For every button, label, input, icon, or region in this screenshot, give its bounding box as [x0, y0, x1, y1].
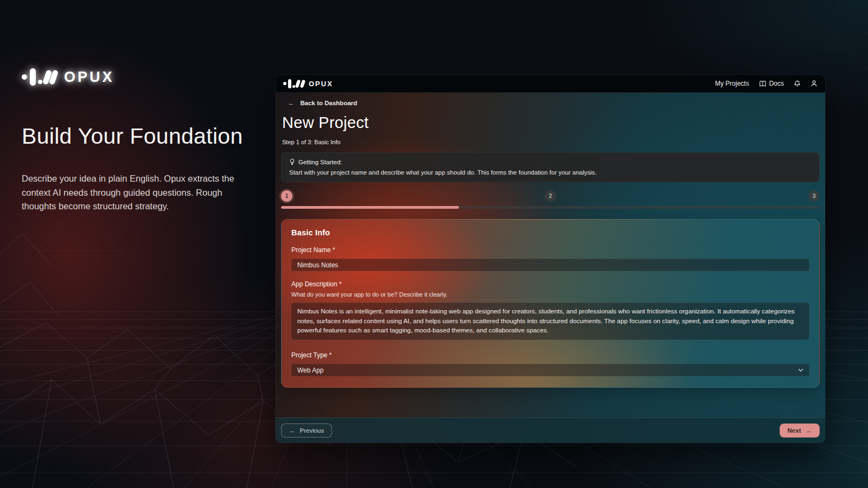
app-description-helper: What do you want your app to do or be? D… [291, 291, 809, 298]
step-3-indicator[interactable]: 3 [808, 190, 820, 202]
notifications-button[interactable] [794, 80, 801, 87]
project-type-select[interactable]: Web App [291, 364, 809, 376]
arrow-right-icon: → [806, 427, 812, 434]
hero-description: Describe your idea in plain English. Opu… [22, 172, 256, 214]
nav-my-projects[interactable]: My Projects [715, 80, 749, 87]
arrow-left-icon: ← [289, 427, 296, 434]
app-description-textarea[interactable]: Nimbus Notes is an intelligent, minimali… [291, 303, 809, 340]
app-content: ← Back to Dashboard New Project Step 1 o… [276, 93, 825, 418]
getting-started-callout: Getting Started: Start with your project… [281, 152, 820, 182]
progress-fill [281, 206, 459, 209]
brand-logo: OPUX [22, 68, 260, 86]
page-title: New Project [281, 114, 820, 132]
callout-title: Getting Started: [298, 159, 342, 165]
chevron-down-icon [798, 368, 803, 372]
account-button[interactable] [810, 80, 818, 87]
app-window: OPUX My Projects Docs [276, 75, 825, 443]
previous-button[interactable]: ← Previous [281, 423, 332, 438]
lightbulb-icon [289, 158, 295, 165]
next-button-label: Next [788, 427, 801, 434]
bell-icon [794, 80, 801, 87]
next-button[interactable]: Next → [780, 423, 820, 438]
user-icon [810, 80, 818, 87]
app-description-label: App Description * [291, 280, 809, 288]
nav-docs[interactable]: Docs [759, 80, 784, 87]
previous-button-label: Previous [300, 427, 324, 434]
wizard-steps: 1 2 3 [281, 190, 820, 202]
app-header: OPUX My Projects Docs [276, 75, 825, 93]
header-nav: My Projects Docs [715, 80, 818, 87]
wizard-footer: ← Previous Next → [276, 418, 825, 443]
project-name-input[interactable] [291, 259, 809, 271]
basic-info-card: Basic Info Project Name * App Descriptio… [281, 219, 820, 388]
opux-waveform-icon [22, 68, 56, 86]
step-1-indicator[interactable]: 1 [281, 190, 292, 202]
hero-section: OPUX Build Your Foundation Describe your… [22, 68, 260, 214]
arrow-left-icon: ← [288, 100, 295, 106]
header-logo[interactable]: OPUX [283, 79, 333, 88]
callout-body: Start with your project name and describ… [289, 169, 812, 176]
book-icon [759, 80, 767, 87]
step-indicator: Step 1 of 3: Basic Info [281, 139, 820, 145]
header-brand-name: OPUX [309, 80, 333, 88]
nav-my-projects-label: My Projects [715, 80, 749, 87]
project-type-label: Project Type * [291, 351, 809, 359]
back-to-dashboard-link[interactable]: ← Back to Dashboard [281, 100, 820, 106]
callout-title-row: Getting Started: [289, 158, 812, 165]
nav-docs-label: Docs [769, 80, 784, 87]
card-title: Basic Info [291, 228, 809, 237]
progress-bar [281, 206, 820, 209]
brand-name: OPUX [64, 69, 114, 86]
back-link-label: Back to Dashboard [301, 100, 358, 106]
hero-title: Build Your Foundation [22, 124, 260, 149]
project-type-value: Web App [297, 367, 323, 374]
opux-waveform-icon [283, 79, 304, 88]
project-name-label: Project Name * [291, 246, 809, 254]
step-2-indicator[interactable]: 2 [545, 190, 556, 202]
